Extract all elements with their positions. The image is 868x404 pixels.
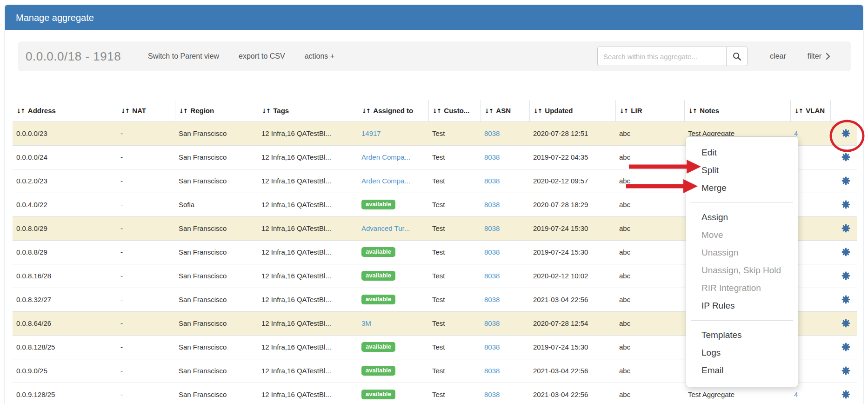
cell-vlan-link[interactable]: 4 [794, 391, 798, 398]
column-header-updated[interactable]: ↓↑Updated [529, 100, 615, 121]
status-badge-available: available [361, 200, 395, 209]
row-actions-gear-button[interactable] [841, 342, 851, 352]
cell-lir: abc [615, 311, 684, 335]
cell-customer: Test [428, 169, 481, 193]
row-actions-gear-button[interactable] [841, 152, 851, 162]
cell-asn-link[interactable]: 8038 [484, 296, 500, 303]
menu-item-ip-rules[interactable]: IP Rules [686, 297, 798, 315]
column-header-actions [830, 100, 857, 121]
column-header-label: VLAN [806, 107, 825, 114]
actions-button[interactable]: actions + [305, 52, 334, 61]
column-header-label: Assigned to [373, 107, 413, 114]
assigned-to-link[interactable]: 14917 [361, 129, 381, 137]
cell-asn: 8038 [481, 121, 529, 145]
cell-region: San Franscisco [175, 216, 258, 240]
menu-item-edit[interactable]: Edit [686, 144, 798, 162]
row-actions-gear-button[interactable] [841, 223, 851, 234]
cell-tags: 12 Infra,16 QATestBl... [258, 383, 358, 404]
cell-asn-link[interactable]: 8038 [484, 391, 500, 398]
row-actions-gear-button[interactable] [841, 389, 851, 400]
menu-item-merge[interactable]: Merge [686, 179, 798, 197]
status-badge-available: available [361, 342, 395, 352]
cell-asn-link[interactable]: 8038 [484, 224, 500, 232]
menu-item-logs[interactable]: Logs [686, 344, 798, 362]
search-input[interactable] [597, 47, 727, 66]
menu-item-rir-integration: RIR Integration [686, 279, 798, 297]
export-csv-button[interactable]: export to CSV [239, 52, 285, 61]
table-header-row: ↓↑Address↓↑NAT↓↑Region↓↑Tags↓↑Assigned t… [13, 100, 857, 121]
column-header-nat[interactable]: ↓↑NAT [117, 100, 175, 121]
row-actions-gear-button[interactable] [841, 294, 851, 305]
cell-asn-link[interactable]: 8038 [484, 248, 500, 256]
cell-row-actions [830, 288, 857, 311]
sort-icon: ↓↑ [620, 108, 628, 114]
menu-item-email[interactable]: Email [686, 362, 798, 379]
gear-icon [841, 176, 850, 185]
cell-lir: abc [615, 383, 684, 404]
cell-nat: - [117, 383, 175, 404]
cell-lir: abc [615, 169, 684, 193]
cell-asn: 8038 [481, 311, 529, 335]
assigned-to-link[interactable]: Arden Compa... [361, 177, 410, 185]
column-header-notes[interactable]: ↓↑Notes [684, 100, 790, 121]
cell-address: 0.0.8.128/25 [13, 335, 117, 359]
column-header-custo[interactable]: ↓↑Custo... [428, 100, 481, 121]
menu-item-templates[interactable]: Templates [686, 326, 798, 344]
cell-region: San Franscisco [175, 145, 258, 169]
cell-asn-link[interactable]: 8038 [484, 153, 500, 161]
row-actions-gear-button[interactable] [841, 128, 851, 139]
row-actions-gear-button[interactable] [841, 365, 851, 376]
column-header-region[interactable]: ↓↑Region [175, 100, 258, 121]
cell-tags: 12 Infra,16 QATestBl... [258, 288, 358, 311]
row-actions-gear-button[interactable] [841, 270, 851, 281]
cell-assigned-to: available [358, 264, 428, 288]
cell-asn-link[interactable]: 8038 [484, 319, 500, 327]
cell-row-actions [830, 359, 857, 383]
column-header-assigned-to[interactable]: ↓↑Assigned to [358, 100, 428, 121]
search-button[interactable] [726, 47, 748, 66]
column-header-lir[interactable]: ↓↑LIR [615, 100, 684, 121]
cell-tags: 12 Infra,16 QATestBl... [258, 145, 358, 169]
cell-row-actions [830, 383, 857, 404]
cell-address: 0.0.8.32/27 [13, 288, 117, 311]
cell-asn-link[interactable]: 8038 [484, 201, 500, 209]
cell-asn-link[interactable]: 8038 [484, 129, 500, 137]
column-header-tags[interactable]: ↓↑Tags [258, 100, 358, 121]
menu-item-split[interactable]: Split [686, 162, 798, 179]
cell-asn-link[interactable]: 8038 [484, 343, 500, 351]
cell-asn-link[interactable]: 8038 [484, 272, 500, 280]
row-actions-gear-button[interactable] [841, 199, 851, 210]
cell-nat: - [117, 288, 175, 311]
switch-parent-view-button[interactable]: Switch to Parent view [148, 52, 219, 61]
toolbar: 0.0.0.0/18 - 1918 Switch to Parent view … [18, 41, 851, 71]
row-actions-gear-button[interactable] [841, 318, 851, 329]
cell-updated: 2019-07-24 15:30 [529, 240, 615, 264]
cell-lir: abc [615, 335, 684, 359]
cell-asn-link[interactable]: 8038 [484, 367, 500, 375]
cell-tags: 12 Infra,16 QATestBl... [258, 169, 358, 193]
column-header-label: Custo... [444, 107, 469, 114]
cell-nat: - [117, 193, 175, 216]
row-actions-gear-button[interactable] [841, 247, 851, 257]
sort-icon: ↓↑ [534, 108, 542, 114]
filter-button[interactable]: filter [808, 52, 830, 61]
cell-nat: - [117, 216, 175, 240]
sort-icon: ↓↑ [688, 108, 697, 114]
column-header-asn[interactable]: ↓↑ASN [481, 100, 529, 121]
row-actions-gear-button[interactable] [841, 175, 851, 186]
cell-assigned-to: Advanced Tur... [358, 216, 428, 240]
clear-button[interactable]: clear [770, 52, 786, 61]
gear-icon [841, 248, 850, 256]
assigned-to-link[interactable]: Advanced Tur... [361, 224, 410, 232]
sort-icon: ↓↑ [262, 108, 270, 114]
cell-asn: 8038 [481, 240, 529, 264]
assigned-to-link[interactable]: Arden Compa... [361, 153, 410, 161]
cell-tags: 12 Infra,16 QATestBl... [258, 264, 358, 288]
cell-asn-link[interactable]: 8038 [484, 177, 500, 185]
cell-row-actions [830, 240, 857, 264]
column-header-address[interactable]: ↓↑Address [13, 100, 117, 121]
cell-nat: - [117, 121, 175, 145]
column-header-vlan[interactable]: ↓↑VLAN [790, 100, 830, 121]
menu-item-assign[interactable]: Assign [686, 209, 798, 226]
assigned-to-link[interactable]: 3M [361, 319, 371, 327]
